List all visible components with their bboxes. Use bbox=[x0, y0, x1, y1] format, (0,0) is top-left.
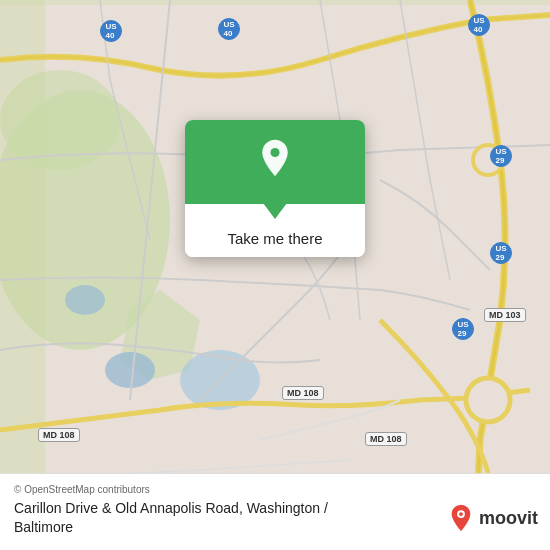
map-roads bbox=[0, 0, 550, 550]
osm-attribution: © OpenStreetMap contributors bbox=[14, 484, 536, 495]
badge-md108-3: MD 108 bbox=[365, 432, 407, 446]
badge-us40-2: US40 bbox=[218, 18, 240, 40]
badge-us29-2: US29 bbox=[490, 242, 512, 264]
moovit-brand-text: moovit bbox=[479, 508, 538, 529]
take-me-there-button[interactable]: Take me there bbox=[185, 220, 365, 257]
bottom-info-bar: © OpenStreetMap contributors Carillon Dr… bbox=[0, 473, 550, 550]
popup-green-header bbox=[185, 120, 365, 204]
svg-rect-6 bbox=[0, 0, 45, 550]
badge-us29-1: US29 bbox=[490, 145, 512, 167]
map-container: US40 US40 US40 US29 US29 US29 MD 108 MD … bbox=[0, 0, 550, 550]
address-line2: Baltimore bbox=[14, 519, 73, 535]
location-popup: Take me there bbox=[185, 120, 365, 257]
svg-point-12 bbox=[459, 512, 463, 516]
address-line1: Carillon Drive & Old Annapolis Road, Was… bbox=[14, 500, 328, 516]
svg-point-5 bbox=[65, 285, 105, 315]
popup-tail bbox=[263, 203, 287, 219]
badge-md108-2: MD 108 bbox=[38, 428, 80, 442]
badge-us40-3: US40 bbox=[468, 14, 490, 36]
location-pin-icon bbox=[255, 138, 295, 178]
svg-point-4 bbox=[105, 352, 155, 388]
badge-us40-1: US40 bbox=[100, 20, 122, 42]
svg-point-10 bbox=[270, 148, 279, 157]
badge-us29-3: US29 bbox=[452, 318, 474, 340]
moovit-pin-icon bbox=[447, 504, 475, 532]
badge-md108-1: MD 108 bbox=[282, 386, 324, 400]
moovit-logo: moovit bbox=[447, 504, 538, 532]
svg-point-8 bbox=[466, 378, 510, 422]
badge-md103: MD 103 bbox=[484, 308, 526, 322]
